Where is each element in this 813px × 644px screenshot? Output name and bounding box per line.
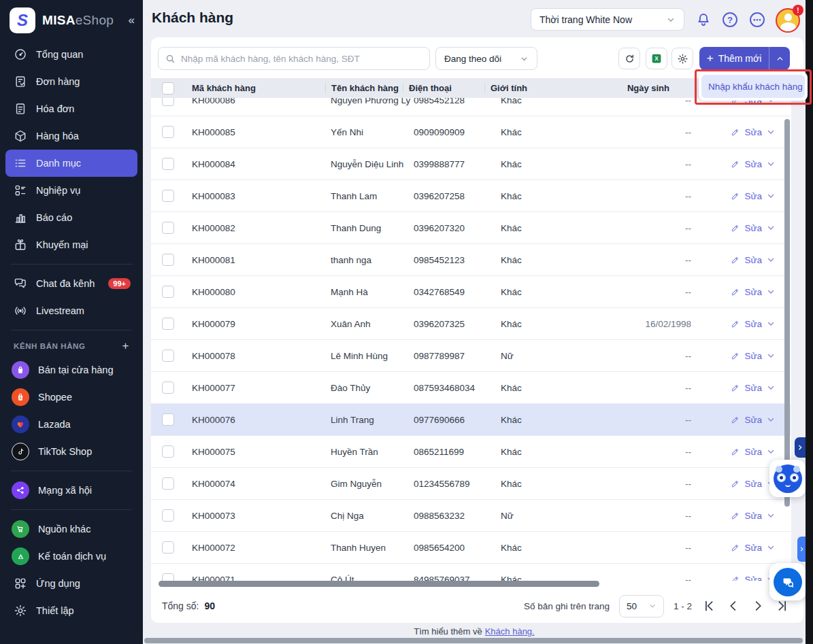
row-more-chevron-icon[interactable] <box>766 511 776 520</box>
sidebar-item-don-hang[interactable]: Đơn hàng <box>5 68 137 95</box>
first-page-button[interactable] <box>701 598 716 613</box>
column-header-name[interactable]: Tên khách hàng <box>325 83 408 93</box>
row-more-chevron-icon[interactable] <box>766 127 776 137</box>
ai-assistant-button[interactable] <box>769 460 806 497</box>
export-excel-button[interactable]: X <box>646 48 667 69</box>
row-checkbox[interactable] <box>162 222 174 234</box>
table-row[interactable]: KH000076 Linh Trang 0977690666 Khác -- S… <box>151 404 791 436</box>
edit-row-button[interactable]: Sửa <box>731 255 762 265</box>
store-selector[interactable]: Thời trang White Now <box>531 8 684 31</box>
sidebar-item-ke-toan-dich-vu[interactable]: Kế toán dịch vụ <box>5 543 137 570</box>
row-checkbox[interactable] <box>162 286 174 298</box>
row-checkbox[interactable] <box>162 382 174 394</box>
column-header-phone[interactable]: Điện thoại <box>403 83 490 93</box>
edit-row-button[interactable]: Sửa <box>731 543 762 553</box>
table-row[interactable]: KH000081 thanh nga 0985452123 Khác -- Sử… <box>151 244 791 276</box>
collapse-chat-tab[interactable] <box>797 537 806 562</box>
table-row[interactable]: KH000072 Thanh Huyen 0985654200 Khác -- … <box>151 532 791 564</box>
column-header-code[interactable]: Mã khách hàng <box>192 83 331 93</box>
table-row[interactable]: KH000077 Đào Thủy 087593468034 Khác -- S… <box>151 372 791 404</box>
sidebar-item-chat-da-kenh[interactable]: Chat đa kênh 99+ <box>5 270 137 297</box>
row-checkbox[interactable] <box>162 477 174 490</box>
import-customers-menu-item[interactable]: Nhập khẩu khách hàng <box>701 75 805 98</box>
row-checkbox[interactable] <box>162 445 174 458</box>
sidebar-item-livestream[interactable]: Livestream <box>5 297 137 324</box>
edit-row-button[interactable]: Sửa <box>731 319 762 329</box>
edit-row-button[interactable]: Sửa <box>731 159 762 169</box>
collapse-assistant-tab[interactable] <box>795 437 806 458</box>
row-checkbox[interactable] <box>162 254 174 266</box>
sidebar-collapse-button[interactable]: « <box>129 14 135 27</box>
row-checkbox[interactable] <box>162 509 174 522</box>
add-new-button[interactable]: + Thêm mới <box>699 47 769 70</box>
table-row[interactable]: KH000083 Thanh Lam 0396207258 Khác -- Sử… <box>151 180 791 212</box>
table-row[interactable]: KH000082 Thanh Dung 0396207320 Khác -- S… <box>151 212 791 244</box>
select-all-checkbox[interactable] <box>162 82 174 95</box>
row-more-chevron-icon[interactable] <box>766 191 776 201</box>
help-icon[interactable]: ? <box>723 12 739 29</box>
status-filter-select[interactable]: Đang theo dõi <box>435 47 537 70</box>
edit-row-button[interactable]: Sửa <box>731 447 762 457</box>
row-checkbox[interactable] <box>162 541 174 554</box>
edit-row-button[interactable]: Sửa <box>731 511 762 521</box>
next-page-button[interactable] <box>750 598 765 613</box>
page-horizontal-scrollbar[interactable] <box>144 638 803 643</box>
search-input[interactable] <box>181 54 422 64</box>
support-chat-button[interactable] <box>769 563 806 600</box>
table-row[interactable]: KH000075 Huyền Trần 0865211699 Khác -- S… <box>151 436 791 468</box>
table-row[interactable]: KH000085 Yến Nhi 0909090909 Khác -- Sửa <box>151 116 791 148</box>
column-header-gender[interactable]: Giới tính <box>484 83 614 93</box>
table-settings-button[interactable] <box>671 48 693 69</box>
table-row[interactable]: KH000078 Lê Minh Hùng 0987789987 Nữ -- S… <box>151 340 791 372</box>
add-new-dropdown-toggle[interactable] <box>769 47 790 70</box>
sidebar-item-tong-quan[interactable]: Tổng quan <box>5 41 137 68</box>
row-more-chevron-icon[interactable] <box>766 223 776 233</box>
edit-row-button[interactable]: Sửa <box>731 479 762 489</box>
sidebar-item-shopee[interactable]: S Shopee <box>5 384 137 411</box>
edit-row-button[interactable]: Sửa <box>731 383 762 393</box>
row-more-chevron-icon[interactable] <box>766 383 776 392</box>
sidebar-item-tiktok-shop[interactable]: TikTok Shop <box>5 438 137 465</box>
row-more-chevron-icon[interactable] <box>766 543 776 552</box>
table-row[interactable]: KH000079 Xuân Anh 0396207325 Khác 16/02/… <box>151 308 791 340</box>
row-checkbox[interactable] <box>162 318 174 330</box>
row-more-chevron-icon[interactable] <box>766 447 776 456</box>
column-header-birthday[interactable]: Ngày sinh <box>608 83 669 93</box>
notification-bell-icon[interactable] <box>695 12 712 28</box>
previous-page-button[interactable] <box>726 598 741 613</box>
vertical-scrollbar[interactable] <box>784 119 790 507</box>
sidebar-item-hang-hoa[interactable]: Hàng hóa <box>5 122 137 150</box>
row-checkbox[interactable] <box>162 98 174 106</box>
row-checkbox[interactable] <box>162 158 174 170</box>
row-checkbox[interactable] <box>162 126 174 138</box>
sidebar-item-hoa-don[interactable]: Hóa đơn <box>5 95 137 122</box>
table-row[interactable]: KH000080 Mạnh Hà 0342768549 Khác -- Sửa <box>151 276 791 308</box>
edit-row-button[interactable]: Sửa <box>731 351 762 361</box>
table-row[interactable]: KH000073 Chị Nga 0988563232 Nữ -- Sửa <box>151 500 791 532</box>
edit-row-button[interactable]: Sửa <box>731 287 762 297</box>
edit-row-button[interactable]: Sửa <box>731 127 762 137</box>
table-row[interactable]: KH000074 Gim Nguyễn 01234556789 Khác -- … <box>151 468 791 500</box>
sidebar-item-bao-cao[interactable]: Báo cáo <box>5 204 137 231</box>
edit-row-button[interactable]: Sửa <box>731 575 762 581</box>
sidebar-item-ung-dung[interactable]: Ứng dụng <box>5 570 137 597</box>
user-avatar[interactable]: ! <box>776 8 800 33</box>
sidebar-item-thiet-lap[interactable]: Thiết lập <box>5 597 137 624</box>
row-more-chevron-icon[interactable] <box>766 287 776 296</box>
sidebar-item-ban-tai-cua-hang[interactable]: Bán tại cửa hàng <box>5 356 137 384</box>
sidebar-item-lazada[interactable]: Lazada <box>5 411 137 438</box>
table-row[interactable]: KH000086 Nguyễn Phương Ly 0985452128 Khá… <box>151 98 791 116</box>
row-more-chevron-icon[interactable] <box>766 319 776 328</box>
app-logo[interactable]: S <box>10 7 35 33</box>
table-row[interactable]: KH000071 Cô Út 84985769037 Khác -- Sửa <box>151 564 791 581</box>
refresh-button[interactable] <box>618 48 640 69</box>
row-more-chevron-icon[interactable] <box>766 415 776 424</box>
row-more-chevron-icon[interactable] <box>766 351 776 360</box>
more-options-icon[interactable]: ⋯ <box>750 12 766 29</box>
last-page-button[interactable] <box>775 598 790 613</box>
sidebar-item-danh-muc[interactable]: Danh mục <box>5 150 137 177</box>
table-row[interactable]: KH000084 Nguyễn Diệu Linh 0399888777 Khá… <box>151 148 791 180</box>
row-checkbox[interactable] <box>162 190 174 202</box>
sidebar-item-mang-xa-hoi[interactable]: Mạng xã hội <box>5 477 137 504</box>
sidebar-item-nguon-khac[interactable]: Nguồn khác <box>5 515 137 543</box>
